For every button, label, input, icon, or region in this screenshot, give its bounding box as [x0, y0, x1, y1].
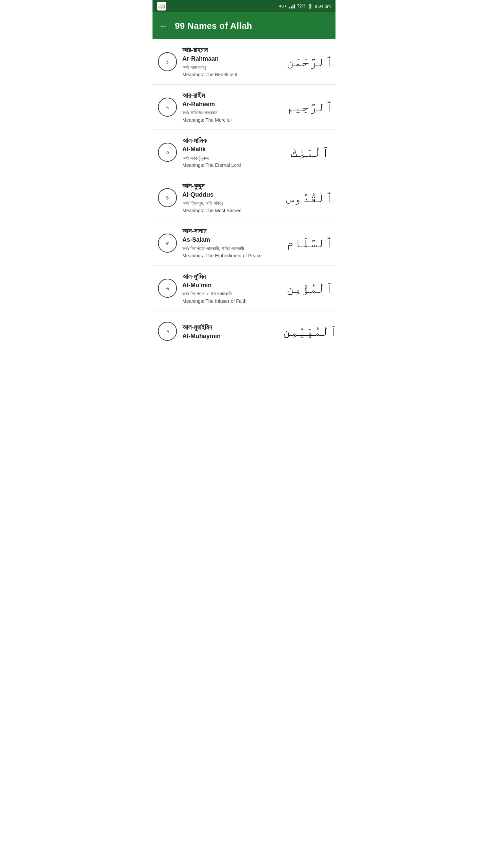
arabic-calligraphy: ٱلْمُهَيْمِن [289, 318, 330, 345]
name-content: আল-মুহাইমিন Al-Muhaymin [182, 323, 284, 340]
app-header: ← 99 Names of Allah [152, 12, 336, 39]
name-content: আর-রাহীম Ar-Raheem অর্থঃ অতিশয়-মেহেরবান… [182, 91, 284, 124]
name-meaning-english: Meanings: The Most Sacred [182, 208, 284, 214]
signal-bar-3 [292, 5, 293, 8]
arabic-calligraphy: ٱلْمُؤْمِن [289, 275, 330, 302]
list-item[interactable]: ৩ আল-মালিক Al-Malik অর্থঃ সর্বকর্তৃত্বময… [152, 130, 336, 175]
number-circle: ২ [158, 98, 177, 117]
name-bengali: আল-মু'মিন [182, 272, 284, 281]
name-meaning-bengali: অর্থঃ সর্বকর্তৃত্বময় [182, 155, 284, 162]
name-transliteration: Al-Muhaymin [182, 332, 284, 340]
name-bengali: আর-রাহীম [182, 91, 284, 100]
battery-indicator: 72% [297, 4, 305, 8]
number-circle: ৩ [158, 143, 177, 162]
name-content: আল-মু'মিন Al-Mu'min অর্থঃ নিরাপত্তা ও ঈম… [182, 272, 284, 305]
signal-bar-1 [289, 7, 290, 8]
name-meaning-english: Meanings: The Merciful [182, 117, 284, 124]
number-circle: ৭ [158, 322, 177, 341]
name-meaning-english: Meanings: The Embodiment of Peace [182, 253, 284, 259]
name-content: আস-সালাম As-Salam অর্থঃ নিরাপত্তা-দানকার… [182, 226, 284, 259]
list-item[interactable]: ৭ আল-মুহাইমিন Al-Muhaymin ٱلْمُهَيْمِن [152, 311, 336, 352]
name-meaning-english: Meanings: The Infuser of Faith [182, 298, 284, 305]
name-bengali: আল-মুহাইমিন [182, 323, 284, 332]
list-item[interactable]: ৫ আস-সালাম As-Salam অর্থঃ নিরাপত্তা-দানক… [152, 220, 336, 266]
page-title: 99 Names of Allah [175, 21, 252, 31]
name-content: আল-কুদ্দুস Al-Quddus অর্থঃ নিষ্কলুষ, অতি… [182, 181, 284, 214]
arabic-calligraphy: ٱلرَّحِيم [289, 94, 330, 121]
back-button[interactable]: ← [159, 21, 168, 30]
number-circle: ৪ [158, 188, 177, 207]
name-bengali: আল-মালিক [182, 136, 284, 145]
number-circle: ৬ [158, 279, 177, 298]
signal-bar-2 [291, 6, 292, 8]
name-transliteration: Al-Malik [182, 145, 284, 153]
name-transliteration: Ar-Raheem [182, 100, 284, 108]
time-display: 8:04 pm [315, 4, 331, 9]
arabic-calligraphy: ٱلْمَلِك [289, 139, 330, 166]
names-list: ১ আর-রাহমান Ar-Rahmaan অর্থঃ পরম দয়ালু … [152, 39, 336, 352]
name-bengali: আর-রাহমান [182, 45, 284, 54]
name-meaning-bengali: অর্থঃ অতিশয়-মেহেরবান [182, 110, 284, 116]
arabic-calligraphy: ٱلْقُدُّوس [289, 184, 330, 211]
arabic-calligraphy: ٱلرَّحْمَٰن [289, 48, 330, 75]
name-bengali: আল-কুদ্দুস [182, 181, 284, 190]
name-meaning-bengali: অর্থঃ নিরাপত্তা-দানকারী, শান্তি-দানকারী [182, 245, 284, 252]
name-meaning-english: Meanings: The Eternal Lord [182, 162, 284, 169]
name-content: আল-মালিক Al-Malik অর্থঃ সর্বকর্তৃত্বময় … [182, 136, 284, 169]
list-item[interactable]: ১ আর-রাহমান Ar-Rahmaan অর্থঃ পরম দয়ালু … [152, 39, 336, 85]
app-icon: 📖 [157, 2, 166, 11]
signal-bars [289, 4, 295, 8]
signal-bar-4 [294, 4, 295, 8]
name-transliteration: Al-Mu'min [182, 281, 284, 289]
name-transliteration: As-Salam [182, 236, 284, 244]
name-meaning-bengali: অর্থঃ পরম দয়ালু [182, 64, 284, 71]
name-meaning-english: Meanings: The Beneficent [182, 72, 284, 78]
name-bengali: আস-সালাম [182, 226, 284, 235]
list-item[interactable]: ৪ আল-কুদ্দুস Al-Quddus অর্থঃ নিষ্কলুষ, অ… [152, 175, 336, 221]
number-circle: ১ [158, 52, 177, 71]
name-transliteration: Al-Quddus [182, 191, 284, 199]
name-meaning-bengali: অর্থঃ নিষ্কলুষ, অতি পবিত্র [182, 200, 284, 207]
list-item[interactable]: ৬ আল-মু'মিন Al-Mu'min অর্থঃ নিরাপত্তা ও … [152, 266, 336, 311]
number-circle: ৫ [158, 234, 177, 253]
name-content: আর-রাহমান Ar-Rahmaan অর্থঃ পরম দয়ালু Me… [182, 45, 284, 78]
name-meaning-bengali: অর্থঃ নিরাপত্তা ও ঈমান দানকারী [182, 291, 284, 297]
name-transliteration: Ar-Rahmaan [182, 55, 284, 63]
status-bar: 📖 4G+ 72% 🔋 8:04 pm [152, 0, 336, 12]
arabic-calligraphy: ٱلسَّلَام [289, 230, 330, 257]
battery-icon: 🔋 [307, 4, 313, 9]
list-item[interactable]: ২ আর-রাহীম Ar-Raheem অর্থঃ অতিশয়-মেহেরব… [152, 85, 336, 130]
network-indicator: 4G+ [279, 4, 287, 8]
